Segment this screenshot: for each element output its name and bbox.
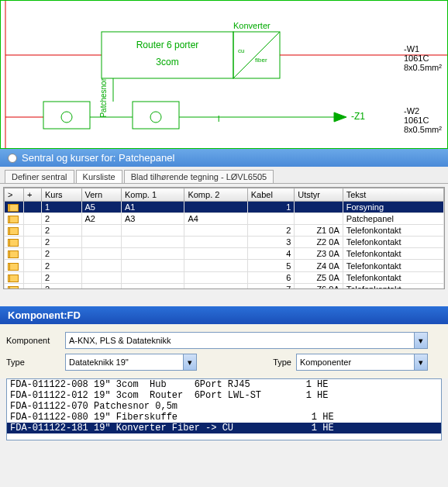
cell: 2 — [42, 260, 82, 271]
list-item[interactable]: FDA-011122-008 19" 3com Hub 6Port RJ45 1… — [7, 379, 441, 390]
cell: A2 — [81, 213, 122, 225]
col-header[interactable]: Kabel — [247, 188, 294, 202]
list-item[interactable]: FDA-011122-080 19" Fiberskuffe 1 HE — [7, 412, 441, 423]
list-item[interactable]: FDA-011122-070 Patchesnor 0,5m — [7, 401, 441, 412]
col-header[interactable]: Kurs — [42, 188, 82, 202]
cell — [122, 271, 184, 283]
type1-input[interactable] — [66, 356, 183, 368]
cell — [5, 260, 24, 271]
cell: Z1 0A — [295, 225, 343, 237]
cell: Telefonkontakt — [343, 271, 443, 283]
konverter-label: Konverter — [233, 21, 271, 30]
type2-input[interactable] — [297, 356, 414, 368]
komponent-input[interactable] — [66, 334, 414, 347]
kurs-table[interactable]: >+KursVernKomp. 1Komp. 2KabelUtstyrTekst… — [4, 188, 444, 289]
komponent-combo[interactable]: ▾ — [65, 332, 428, 349]
cell — [81, 237, 122, 248]
col-header[interactable]: Komp. 2 — [184, 188, 247, 202]
cell: A3 — [122, 213, 184, 225]
cell: Patchepanel — [343, 213, 443, 225]
cell — [24, 202, 42, 213]
cell: 2 — [247, 225, 294, 237]
cell — [81, 260, 122, 271]
list-item[interactable]: FDA-011122-012 19" 3com Router 6Port LWL… — [7, 390, 441, 401]
cell: Forsyning — [343, 202, 443, 213]
cell: Telefonkontakt — [343, 260, 443, 271]
cell: 4 — [247, 248, 294, 260]
cell: A5 — [81, 202, 122, 213]
chevron-down-icon[interactable]: ▾ — [414, 354, 427, 370]
cell — [295, 213, 343, 225]
cell — [5, 283, 24, 289]
w2-spec: 8x0.5mm² — [404, 125, 442, 134]
cell: Z3 0A — [295, 248, 343, 260]
cell: 1 — [247, 202, 294, 213]
tab-1[interactable]: Kursliste — [76, 170, 122, 183]
table-row[interactable]: 27Z6 0ATelefonkontakt — [5, 283, 444, 289]
cell: 2 — [42, 283, 82, 289]
chevron-down-icon[interactable]: ▾ — [414, 333, 427, 348]
cell — [122, 260, 184, 271]
col-header[interactable]: > — [5, 188, 24, 202]
cell: 2 — [42, 248, 82, 260]
table-row[interactable]: 24Z3 0ATelefonkontakt — [5, 248, 444, 260]
cell — [295, 202, 343, 213]
cell — [122, 283, 184, 289]
w1-id: -W1 — [404, 44, 442, 54]
cell — [184, 202, 247, 213]
tabs-bar: Definer sentralKurslisteBlad tilhørende … — [0, 167, 448, 184]
chevron-down-icon[interactable]: ▾ — [183, 354, 196, 370]
cell: 5 — [247, 260, 294, 271]
w2-type: 1061C — [404, 116, 442, 125]
konv-fiber: fiber — [255, 57, 267, 64]
type2-combo[interactable]: ▾ — [296, 354, 428, 371]
table-row[interactable]: 23Z2 0ATelefonkontakt — [5, 237, 444, 248]
cell — [24, 213, 42, 225]
table-row[interactable]: 26Z5 0ATelefonkontakt — [5, 271, 444, 283]
cell: 3 — [247, 237, 294, 248]
col-header[interactable]: Tekst — [343, 188, 443, 202]
cell: Z6 0A — [295, 283, 343, 289]
router-sub: 3com — [125, 57, 210, 67]
cell — [5, 271, 24, 283]
w2-id: -W2 — [404, 106, 442, 116]
col-header[interactable]: Komp. 1 — [122, 188, 184, 202]
svg-point-9 — [61, 112, 72, 123]
row-icon — [8, 263, 19, 271]
cell — [5, 225, 24, 237]
cell: Z4 0A — [295, 260, 343, 271]
cell: 6 — [247, 271, 294, 283]
cell — [24, 248, 42, 260]
cell — [247, 213, 294, 225]
cell — [184, 248, 247, 260]
col-header[interactable]: Vern — [81, 188, 122, 202]
svg-rect-11 — [133, 102, 179, 129]
svg-marker-14 — [334, 112, 346, 122]
cell: 2 — [42, 237, 82, 248]
cell — [184, 260, 247, 271]
row-icon — [8, 204, 19, 212]
table-row[interactable]: 2A2A3A4Patchepanel — [5, 213, 444, 225]
tab-0[interactable]: Definer sentral — [5, 170, 74, 183]
tab-2[interactable]: Blad tilhørende tegning - LØVL6505 — [124, 170, 274, 183]
list-item[interactable]: FDA-011122-181 19" Konverter Fiber -> CU… — [7, 423, 441, 433]
row-icon — [8, 275, 19, 282]
table-row[interactable]: 1A5A11Forsyning — [5, 202, 444, 213]
cell — [5, 237, 24, 248]
cell — [122, 225, 184, 237]
component-listbox[interactable]: FDA-011122-008 19" 3com Hub 6Port RJ45 1… — [6, 378, 442, 440]
cell — [122, 237, 184, 248]
table-row[interactable]: 25Z4 0ATelefonkontakt — [5, 260, 444, 271]
panel-title: Sentral og kurser for: Patchepanel — [22, 152, 174, 164]
cell: Telefonkontakt — [343, 225, 443, 237]
cell: 2 — [42, 271, 82, 283]
cell: 2 — [42, 213, 82, 225]
col-header[interactable]: Utstyr — [295, 188, 343, 202]
cell — [81, 283, 122, 289]
type1-combo[interactable]: ▾ — [65, 354, 197, 371]
cell — [24, 271, 42, 283]
cell: Z2 0A — [295, 237, 343, 248]
cell — [184, 225, 247, 237]
table-row[interactable]: 22Z1 0ATelefonkontakt — [5, 225, 444, 237]
col-header[interactable]: + — [24, 188, 42, 202]
